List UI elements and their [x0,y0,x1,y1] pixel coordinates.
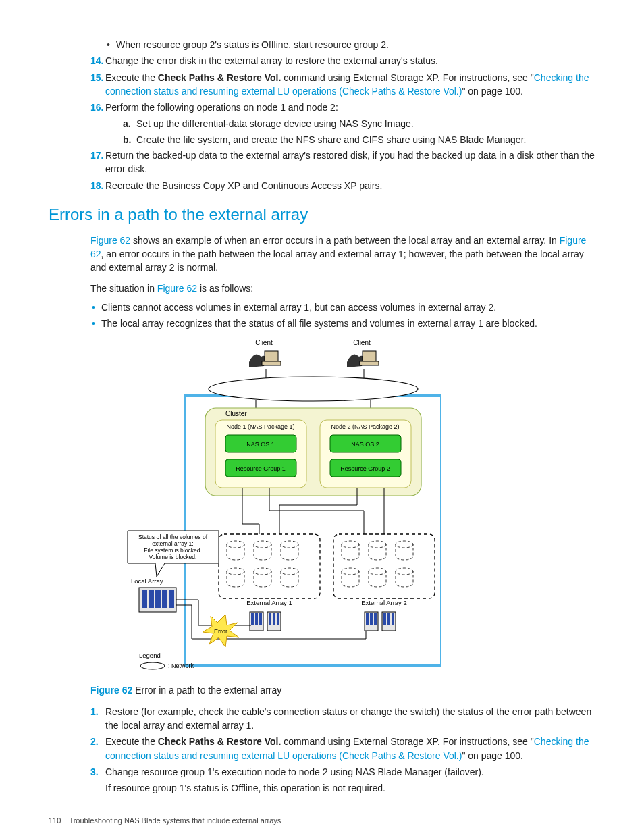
ext-array-1-icon [250,612,281,631]
svg-rect-53 [251,613,254,625]
client-2-icon: Client [347,339,379,378]
step-number: 17. [90,149,103,162]
svg-rect-74 [169,590,174,608]
figure-ref-link[interactable]: Figure 62 [157,283,197,294]
svg-rect-14 [215,420,306,488]
svg-text:Volume is blocked.: Volume is blocked. [149,554,197,561]
svg-rect-3 [265,351,278,361]
svg-rect-59 [277,613,279,625]
step-text: If resource group 1's status is Offline,… [105,783,385,793]
substep-letter: b. [123,133,131,147]
step-text: Execute the [105,736,158,747]
text: shows an example of when an error occurs… [130,235,560,246]
page-footer: 110 Troubleshooting NAS Blade systems th… [49,816,595,827]
svg-text:Legend: Legend [139,652,161,659]
figure-caption: Figure 62 Error in a path to the externa… [90,683,595,697]
svg-rect-70 [142,590,147,608]
svg-text:External Array 2: External Array 2 [361,599,407,606]
svg-point-46 [396,541,413,548]
svg-point-38 [227,541,244,548]
svg-rect-62 [370,613,373,625]
error-starburst-icon: Error [203,615,239,647]
svg-point-89 [140,662,165,669]
step-number: 1. [90,705,99,719]
step-number: 16. [90,101,103,114]
client-1-icon: Client [249,339,281,378]
step-text: command using External Storage XP. For i… [281,72,533,83]
figure-ref-link[interactable]: Figure 62 [90,235,130,246]
bullet-item: Clients cannot access volumes in externa… [101,301,595,314]
svg-rect-65 [383,613,386,625]
footer-title: Troubleshooting NAS Blade systems that i… [69,816,281,825]
step-text: Execute the [105,72,158,83]
svg-rect-58 [273,613,275,625]
substep-text: Set up the differential-data storage dev… [136,118,414,129]
text: The situation in [90,283,157,294]
svg-point-45 [369,541,386,548]
svg-rect-20 [320,420,411,488]
svg-point-42 [254,568,271,575]
list-sub-bullet: When resource group 2's status is Offlin… [116,38,595,51]
svg-rect-57 [269,613,271,625]
step-text: " on page 100. [462,750,523,761]
svg-text:Resource Group 2: Resource Group 2 [340,465,390,472]
svg-rect-61 [366,613,369,625]
svg-text:external array 1:: external array 1: [152,540,193,547]
svg-point-41 [227,568,244,575]
svg-point-1 [209,377,418,401]
step-16: 16. Perform the following operations on … [90,101,595,114]
text: is as follows: [197,283,253,294]
svg-text:File system is blocked.: File system is blocked. [144,547,202,554]
step-15: 15. Execute the Check Paths & Restore Vo… [90,71,595,99]
svg-point-40 [281,541,298,548]
svg-rect-71 [149,590,154,608]
svg-rect-67 [392,613,394,625]
svg-text:NAS OS 1: NAS OS 1 [246,441,275,448]
svg-text:Status of all the volumes of: Status of all the volumes of [138,533,208,540]
status-callout: Status of all the volumes of external ar… [128,531,219,577]
figure-62-diagram: Client Client Cluster Node 1 (NAS Packag… [90,335,595,679]
svg-rect-7 [363,351,376,361]
intro-paragraph-2: The situation in Figure 62 is as follows… [90,282,595,295]
step-text: Return the backed-up data to the externa… [105,150,595,174]
svg-point-43 [281,568,298,575]
svg-text:Cluster: Cluster [225,410,247,417]
svg-rect-8 [360,361,379,365]
svg-rect-4 [262,361,281,365]
substep-b: b. Create the file system, and create th… [123,133,595,147]
svg-rect-73 [162,590,167,608]
svg-point-47 [342,568,359,575]
step-number: 15. [90,71,103,84]
svg-rect-55 [259,613,262,625]
text: , an error occurs in the path between th… [90,249,584,273]
step-text: Change resource group 1's execution node… [105,766,484,777]
step-number: 2. [90,735,99,748]
step-text: " on page 100. [462,86,523,97]
bullet-item: The local array recognizes that the stat… [101,317,595,330]
step-text: Restore (for example, check the cable's … [105,706,591,731]
svg-text:Error: Error [214,628,227,635]
step-text: command using External Storage XP. For i… [281,736,533,747]
svg-text:Node 2 (NAS Package 2): Node 2 (NAS Package 2) [331,423,399,430]
step-number: 3. [90,765,99,779]
svg-rect-54 [255,613,258,625]
svg-point-48 [369,568,386,575]
svg-text:Resource Group 1: Resource Group 1 [236,465,286,472]
step-text: Perform the following operations on node… [105,102,338,113]
step-2: 2. Execute the Check Paths & Restore Vol… [90,735,595,762]
local-array-icon [139,588,176,612]
step-3-note: If resource group 1's status is Offline,… [90,781,595,795]
step-text: Recreate the Business Copy XP and Contin… [105,180,382,191]
step-1: 1. Restore (for example, check the cable… [90,705,595,733]
svg-text:NAS OS 2: NAS OS 2 [351,441,379,448]
svg-text:Client: Client [255,339,273,346]
svg-text:Local Array: Local Array [131,577,163,585]
section-heading: Errors in a path to the external array [49,203,595,227]
figure-caption-text: Error in a path to the external array [132,685,281,696]
svg-text:: Network: : Network [168,662,194,669]
step-number: 14. [90,54,103,68]
svg-rect-66 [387,613,390,625]
substep-text: Create the file system, and create the N… [136,134,526,145]
step-17: 17. Return the backed-up data to the ext… [90,149,595,176]
ext-array-2-icon [365,612,396,631]
